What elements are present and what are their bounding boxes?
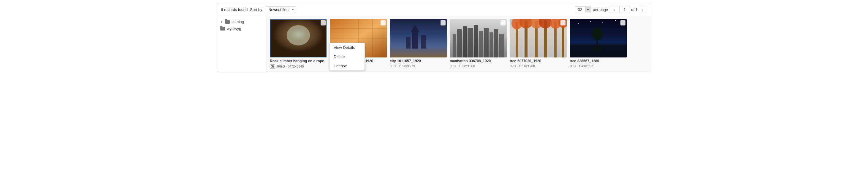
context-menu-delete[interactable]: Delete	[330, 52, 365, 61]
item-name-5: tree-5077020_1920	[510, 59, 541, 64]
more-btn-5[interactable]: ···	[560, 20, 565, 26]
per-page-control: 32 ▾	[575, 6, 591, 13]
svg-rect-27	[499, 34, 504, 57]
item-name-row-3: city-1611657_1920 ···	[390, 59, 447, 64]
item-type-4: JPG · 1920x1080	[450, 64, 475, 68]
gallery-area: View Details Delete License Rock climber…	[266, 16, 651, 72]
thumbnail-1[interactable]	[270, 19, 327, 57]
item-info-4: JPG · 1920x1080	[450, 64, 507, 68]
pagination-of: of 1	[631, 7, 638, 12]
more-btn-4[interactable]: ···	[500, 20, 505, 26]
per-page-label: per page	[593, 7, 608, 12]
item-type-6: JPG · 1280x852	[570, 64, 593, 68]
more-btn-1[interactable]: ···	[320, 20, 326, 26]
item-info-3: JPG · 1920x1279	[390, 64, 447, 68]
gallery-item-6[interactable]: tree-838667_1280 ··· JPG · 1280x852	[570, 19, 627, 69]
svg-point-2	[287, 25, 310, 46]
gallery-item-1[interactable]: View Details Delete License Rock climber…	[270, 19, 327, 69]
svg-point-48	[592, 27, 602, 40]
svg-rect-23	[479, 31, 483, 57]
context-menu: View Details Delete License	[329, 43, 365, 71]
svg-rect-13	[412, 31, 418, 48]
sort-label: Sort by:	[250, 7, 263, 12]
sort-select[interactable]: Newest first Oldest first Name A-Z Name …	[266, 6, 296, 13]
item-info-1: St JPEG · 5472x3648	[270, 64, 327, 69]
item-info-6: JPG · 1280x852	[570, 64, 627, 68]
item-name-row-4: manhattan-336708_1920 ···	[450, 59, 507, 64]
svg-rect-16	[421, 35, 426, 48]
svg-point-43	[590, 21, 591, 22]
item-meta-6: tree-838667_1280 ··· JPG · 1280x852	[570, 59, 627, 68]
records-found: 6 records found	[221, 7, 248, 12]
pagination-controls: ‹ of 1 ›	[610, 6, 647, 13]
svg-rect-25	[490, 32, 493, 57]
svg-point-50	[592, 46, 602, 51]
more-btn-3[interactable]: ···	[440, 20, 445, 26]
more-btn-6[interactable]: ···	[620, 20, 625, 26]
item-name-6: tree-838667_1280	[570, 59, 599, 64]
gallery-grid: View Details Delete License Rock climber…	[270, 19, 647, 69]
sidebar-item-label: wysiwyg	[227, 26, 241, 31]
gallery-item-3[interactable]: city-1611657_1920 ··· JPG · 1920x1279	[390, 19, 447, 69]
folder-icon	[220, 27, 225, 31]
folder-icon	[225, 20, 230, 24]
thumbnail-4[interactable]	[450, 19, 507, 57]
item-type-3: JPG · 1920x1279	[390, 64, 415, 68]
context-menu-license[interactable]: License	[330, 61, 365, 71]
svg-rect-18	[453, 34, 456, 57]
svg-point-45	[615, 20, 616, 21]
sidebar-item-wysiwyg[interactable]: wysiwyg	[217, 25, 266, 32]
pagination-next-btn[interactable]: ›	[639, 6, 647, 13]
pagination-input[interactable]	[619, 6, 630, 13]
main-content: ► catalog wysiwyg	[217, 16, 651, 72]
thumbnail-6[interactable]	[570, 19, 627, 57]
item-meta-5: tree-5077020_1920 ··· JPG · 1920x1280	[510, 59, 567, 68]
top-bar-left: 6 records found Sort by: Newest first Ol…	[221, 6, 296, 13]
item-type-1: JPEG · 5472x3648	[276, 65, 304, 68]
svg-rect-20	[463, 26, 467, 57]
media-manager: 6 records found Sort by: Newest first Ol…	[217, 3, 651, 72]
context-menu-view-details[interactable]: View Details	[330, 43, 365, 52]
svg-point-44	[602, 22, 602, 23]
svg-rect-15	[406, 37, 410, 48]
item-name-4: manhattan-336708_1920	[450, 59, 491, 64]
sidebar: ► catalog wysiwyg	[217, 16, 266, 72]
svg-rect-21	[468, 28, 473, 57]
item-info-5: JPG · 1920x1280	[510, 64, 567, 68]
sort-select-container[interactable]: Newest first Oldest first Name A-Z Name …	[266, 6, 296, 13]
per-page-value: 32	[575, 6, 585, 13]
gallery-item-4[interactable]: manhattan-336708_1920 ··· JPG · 1920x108…	[450, 19, 507, 69]
item-meta-3: city-1611657_1920 ··· JPG · 1920x1279	[390, 59, 447, 68]
more-btn-2[interactable]: ···	[380, 20, 385, 26]
svg-rect-26	[494, 29, 498, 57]
svg-rect-24	[484, 28, 489, 57]
item-meta-1: Rock climber hanging on a rope. ··· St J…	[270, 59, 327, 69]
svg-rect-22	[474, 25, 478, 57]
top-bar: 6 records found Sort by: Newest first Ol…	[217, 3, 651, 16]
stock-badge-1: St	[270, 64, 275, 69]
svg-rect-12	[390, 19, 447, 57]
item-name-1: Rock climber hanging on a rope.	[270, 59, 325, 64]
item-name-3: city-1611657_1920	[390, 59, 421, 64]
item-type-5: JPG · 1920x1280	[510, 64, 535, 68]
chevron-right-icon: ►	[220, 20, 223, 24]
item-name-row-5: tree-5077020_1920 ···	[510, 59, 567, 64]
item-meta-4: manhattan-336708_1920 ··· JPG · 1920x108…	[450, 59, 507, 68]
gallery-item-5[interactable]: tree-5077020_1920 ··· JPG · 1920x1280	[510, 19, 567, 69]
sidebar-item-catalog[interactable]: ► catalog	[217, 18, 266, 25]
item-name-row-1: Rock climber hanging on a rope. ···	[270, 59, 327, 64]
svg-point-42	[578, 23, 579, 24]
thumbnail-5[interactable]	[510, 19, 567, 57]
svg-rect-19	[457, 29, 462, 57]
sidebar-item-label: catalog	[231, 20, 244, 24]
per-page-dropdown-btn[interactable]: ▾	[585, 7, 591, 12]
top-bar-right: 32 ▾ per page ‹ of 1 ›	[575, 6, 647, 13]
item-name-row-6: tree-838667_1280 ···	[570, 59, 627, 64]
thumbnail-3[interactable]	[390, 19, 447, 57]
pagination-prev-btn[interactable]: ‹	[610, 6, 618, 13]
